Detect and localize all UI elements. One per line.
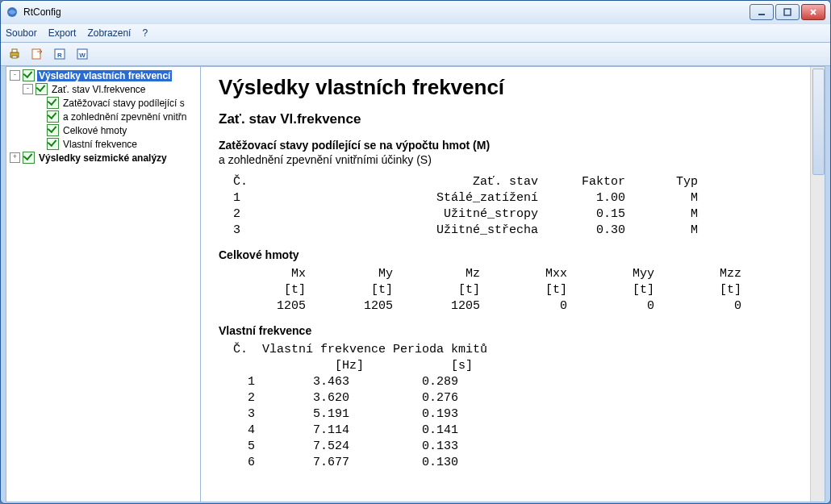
tree-item-label: Vlastní frekvence — [61, 139, 139, 150]
toolbar-print-icon[interactable] — [6, 45, 23, 63]
menubar: Soubor Export Zobrazení ? — [1, 23, 830, 43]
tree-item-label: Výsledky seizmické analýzy — [37, 152, 169, 164]
tree-panel: -Výsledky vlastních frekvencí-Zať. stav … — [6, 67, 201, 502]
scrollbar[interactable] — [810, 67, 825, 502]
freq-heading: Vlastní frekvence — [219, 324, 807, 337]
tree-item[interactable]: Celkové hmoty — [6, 123, 200, 137]
toolbar-export-icon[interactable] — [28, 45, 46, 63]
page-title: Výsledky vlastních frekvencí — [219, 75, 807, 100]
toolbar: R W — [1, 43, 830, 66]
loads-subheading: a zohlednění zpevnění vnitřními účinky (… — [219, 153, 807, 166]
toolbar-rtf-icon[interactable]: R — [51, 45, 69, 63]
tree-item-label: Výsledky vlastních frekvencí — [37, 70, 172, 81]
tree-item[interactable]: a zohlednění zpevnění vnitřn — [6, 110, 200, 123]
tree-spacer — [35, 126, 44, 135]
freq-table: Č. Vlastní frekvence Perioda kmitů [Hz] … — [219, 342, 807, 471]
tree-checkbox[interactable] — [47, 110, 59, 123]
window-title: RtConfig — [23, 6, 750, 18]
tree-checkbox[interactable] — [23, 152, 35, 164]
tree-checkbox[interactable] — [47, 124, 59, 136]
tree-spacer — [35, 98, 44, 107]
section-title: Zať. stav Vl.frekvence — [219, 111, 807, 127]
tree-checkbox[interactable] — [47, 138, 59, 150]
tree-item[interactable]: Vlastní frekvence — [6, 137, 200, 151]
svg-text:W: W — [79, 52, 86, 59]
collapse-icon[interactable]: - — [10, 70, 20, 81]
tree-item[interactable]: -Zať. stav Vl.frekvence — [6, 82, 200, 96]
svg-rect-2 — [784, 9, 791, 15]
app-icon — [6, 6, 19, 19]
menu-export[interactable]: Export — [48, 27, 77, 39]
expand-icon[interactable]: + — [10, 152, 20, 163]
document: Výsledky vlastních frekvencí Zať. stav V… — [201, 67, 825, 487]
loads-table: Č. Zať. stav Faktor Typ 1 Stálé_zatížení… — [219, 174, 807, 239]
app-window: RtConfig Soubor Export Zobrazení ? R — [0, 0, 831, 504]
close-button[interactable] — [801, 4, 825, 20]
minimize-button[interactable] — [750, 4, 774, 20]
svg-text:R: R — [57, 52, 62, 59]
menu-help[interactable]: ? — [142, 27, 148, 39]
svg-rect-6 — [32, 49, 40, 59]
svg-rect-1 — [758, 14, 765, 15]
menu-soubor[interactable]: Soubor — [6, 27, 37, 39]
tree-item[interactable]: +Výsledky seizmické analýzy — [6, 151, 200, 165]
scrollbar-thumb[interactable] — [812, 69, 825, 175]
mass-heading: Celkové hmoty — [219, 248, 807, 261]
maximize-button[interactable] — [775, 4, 800, 20]
titlebar: RtConfig — [1, 1, 830, 23]
content-panel: Výsledky vlastních frekvencí Zať. stav V… — [201, 67, 825, 502]
menu-zobrazeni[interactable]: Zobrazení — [87, 27, 131, 39]
tree-spacer — [35, 140, 44, 148]
tree-item-label: Zatěžovací stavy podílející s — [61, 98, 186, 109]
svg-rect-4 — [12, 49, 17, 52]
tree-item-label: a zohlednění zpevnění vnitřn — [61, 111, 188, 123]
tree-spacer — [35, 112, 44, 121]
tree-checkbox[interactable] — [47, 97, 59, 109]
tree-checkbox[interactable] — [35, 83, 48, 95]
toolbar-word-icon[interactable]: W — [73, 45, 91, 63]
mass-table: Mx My Mz Mxx Myy Mzz [t] [t] [t] [t] [t]… — [219, 266, 807, 314]
loads-heading: Zatěžovací stavy podílející se na výpočt… — [219, 139, 807, 152]
tree-checkbox[interactable] — [23, 69, 35, 81]
collapse-icon[interactable]: - — [23, 84, 33, 94]
tree-item-label: Zať. stav Vl.frekvence — [50, 84, 148, 95]
tree-item-label: Celkové hmoty — [61, 125, 128, 136]
tree-item[interactable]: Zatěžovací stavy podílející s — [6, 96, 200, 110]
tree-item[interactable]: -Výsledky vlastních frekvencí — [6, 69, 200, 82]
svg-rect-5 — [12, 56, 17, 58]
